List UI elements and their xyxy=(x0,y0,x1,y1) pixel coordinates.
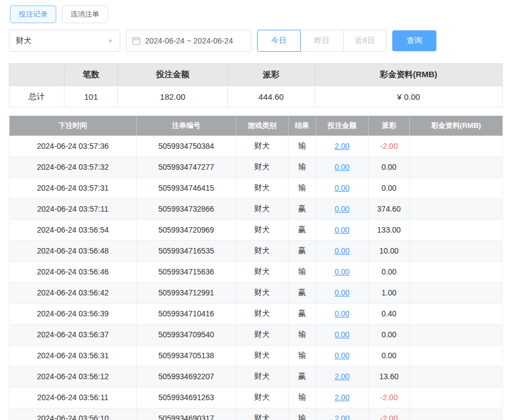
bonus-cell xyxy=(410,219,503,240)
bonus-cell xyxy=(410,261,503,282)
order-number-cell: 5059934732866 xyxy=(137,198,236,219)
game-type-cell: 财犬 xyxy=(236,324,289,345)
result-cell: 赢 xyxy=(289,303,316,324)
header-bet-time: 下注时间 xyxy=(9,116,137,136)
payout-cell: 0.00 xyxy=(369,261,410,282)
payout-cell: 133.00 xyxy=(369,219,410,240)
query-button[interactable]: 查询 xyxy=(392,30,436,51)
bet-time-cell: 2024-06-24 03:56:42 xyxy=(9,282,137,303)
bet-time-cell: 2024-06-24 03:56:12 xyxy=(9,366,137,387)
order-number-cell: 5059934720969 xyxy=(137,219,236,240)
bet-time-cell: 2024-06-24 03:57:31 xyxy=(9,177,137,198)
bet-amount-link[interactable]: 0.00 xyxy=(316,240,369,261)
bet-amount-link[interactable]: 0.00 xyxy=(316,198,369,219)
quick-date-button-group: 今日 昨日 近8日 xyxy=(257,30,387,52)
summary-header-bonus: 彩金资料(RMB) xyxy=(315,64,503,86)
bonus-cell xyxy=(410,240,503,261)
order-number-cell: 5059934692207 xyxy=(137,366,236,387)
payout-cell: 1.00 xyxy=(369,282,410,303)
table-row: 2024-06-24 03:56:105059934690317财犬输2.00-… xyxy=(9,408,503,420)
bonus-cell xyxy=(410,324,503,345)
last-8-days-button[interactable]: 近8日 xyxy=(343,30,387,52)
table-row: 2024-06-24 03:56:125059934692207财犬赢2.001… xyxy=(9,366,503,387)
bet-amount-link[interactable]: 0.00 xyxy=(316,219,369,240)
chevron-down-icon: ▼ xyxy=(108,38,113,44)
game-type-cell: 财犬 xyxy=(236,198,289,219)
game-select[interactable]: 财犬 ▼ xyxy=(9,30,120,52)
order-number-cell: 5059934716535 xyxy=(137,240,236,261)
bet-time-cell: 2024-06-24 03:57:32 xyxy=(9,157,137,177)
bet-amount-link[interactable]: 0.00 xyxy=(316,303,369,324)
calendar-icon xyxy=(132,36,141,45)
game-type-cell: 财犬 xyxy=(236,387,289,408)
yesterday-button[interactable]: 昨日 xyxy=(300,30,344,52)
date-range-input[interactable]: 2024-06-24 ~ 2024-06-24 xyxy=(126,30,252,52)
payout-cell: 0.00 xyxy=(369,345,410,366)
summary-row: 总计 101 182.00 444.60 ¥ 0.00 xyxy=(9,86,503,107)
bet-amount-link[interactable]: 2.00 xyxy=(316,408,369,420)
table-row: 2024-06-24 03:56:315059934705138财犬输0.000… xyxy=(9,345,503,366)
bet-time-cell: 2024-06-24 03:56:48 xyxy=(9,240,137,261)
game-type-cell: 财犬 xyxy=(236,157,289,177)
result-cell: 输 xyxy=(289,177,316,198)
summary-table: 笔数 投注金额 派彩 彩金资料(RMB) 总计 101 182.00 444.6… xyxy=(9,63,503,107)
filter-bar: 财犬 ▼ 2024-06-24 ~ 2024-06-24 今日 昨日 近8日 查… xyxy=(9,30,503,52)
bonus-cell xyxy=(410,387,503,408)
summary-header-payout: 派彩 xyxy=(228,64,315,86)
summary-total-label: 总计 xyxy=(9,86,65,107)
payout-cell: 0.00 xyxy=(369,157,410,177)
table-row: 2024-06-24 03:56:465059934715636财犬输0.000… xyxy=(9,261,503,282)
bonus-cell xyxy=(410,366,503,387)
bonus-cell xyxy=(410,303,503,324)
bet-amount-link[interactable]: 0.00 xyxy=(316,345,369,366)
order-number-cell: 5059934712991 xyxy=(137,282,236,303)
bet-amount-link[interactable]: 0.00 xyxy=(316,261,369,282)
header-order-number: 注单编号 xyxy=(137,116,236,136)
game-type-cell: 财犬 xyxy=(236,366,289,387)
payout-cell: 10.00 xyxy=(369,240,410,261)
game-type-cell: 财犬 xyxy=(236,261,289,282)
header-result: 结果 xyxy=(289,116,316,136)
bet-time-cell: 2024-06-24 03:57:11 xyxy=(9,198,137,219)
result-cell: 赢 xyxy=(289,198,316,219)
page: 投注记录 连消注单 财犬 ▼ 2024-06-24 ~ 2024-06-24 今… xyxy=(0,0,507,420)
bet-amount-link[interactable]: 0.00 xyxy=(316,282,369,303)
order-number-cell: 5059934747277 xyxy=(137,157,236,177)
order-number-cell: 5059934691263 xyxy=(137,387,236,408)
order-number-cell: 5059934750384 xyxy=(137,136,236,157)
bet-time-cell: 2024-06-24 03:56:31 xyxy=(9,345,137,366)
order-number-cell: 5059934709540 xyxy=(137,324,236,345)
payout-cell: -2.00 xyxy=(369,387,410,408)
result-cell: 输 xyxy=(289,345,316,366)
order-number-cell: 5059934690317 xyxy=(137,408,236,420)
bet-amount-link[interactable]: 2.00 xyxy=(316,387,369,408)
game-type-cell: 财犬 xyxy=(236,240,289,261)
table-row: 2024-06-24 03:57:315059934746415财犬输0.000… xyxy=(9,177,503,198)
bet-amount-link[interactable]: 0.00 xyxy=(316,177,369,198)
header-payout: 派彩 xyxy=(369,116,410,136)
today-button[interactable]: 今日 xyxy=(257,30,301,52)
tab-bet-records[interactable]: 投注记录 xyxy=(10,6,56,23)
bet-amount-link[interactable]: 0.00 xyxy=(316,324,369,345)
bet-amount-link[interactable]: 0.00 xyxy=(316,157,369,177)
result-cell: 赢 xyxy=(289,366,316,387)
summary-header-empty xyxy=(9,64,65,86)
bet-time-cell: 2024-06-24 03:57:36 xyxy=(9,136,137,157)
summary-header-count: 笔数 xyxy=(65,64,118,86)
date-range-value: 2024-06-24 ~ 2024-06-24 xyxy=(145,36,233,45)
table-row: 2024-06-24 03:56:485059934716535财犬赢0.001… xyxy=(9,240,503,261)
game-type-cell: 财犬 xyxy=(236,219,289,240)
table-row: 2024-06-24 03:57:325059934747277财犬输0.000… xyxy=(9,157,503,177)
bet-amount-link[interactable]: 2.00 xyxy=(316,136,369,157)
table-row: 2024-06-24 03:56:115059934691263财犬输2.00-… xyxy=(9,387,503,408)
game-type-cell: 财犬 xyxy=(236,282,289,303)
result-cell: 输 xyxy=(289,324,316,345)
table-row: 2024-06-24 03:57:115059934732866财犬赢0.003… xyxy=(9,198,503,219)
bet-amount-link[interactable]: 2.00 xyxy=(316,366,369,387)
payout-cell: 374.60 xyxy=(369,198,410,219)
summary-payout-value: 444.60 xyxy=(228,86,315,107)
order-number-cell: 5059934705138 xyxy=(137,345,236,366)
game-type-cell: 财犬 xyxy=(236,177,289,198)
game-type-cell: 财犬 xyxy=(236,408,289,420)
tab-cancelled-orders[interactable]: 连消注单 xyxy=(62,6,108,23)
